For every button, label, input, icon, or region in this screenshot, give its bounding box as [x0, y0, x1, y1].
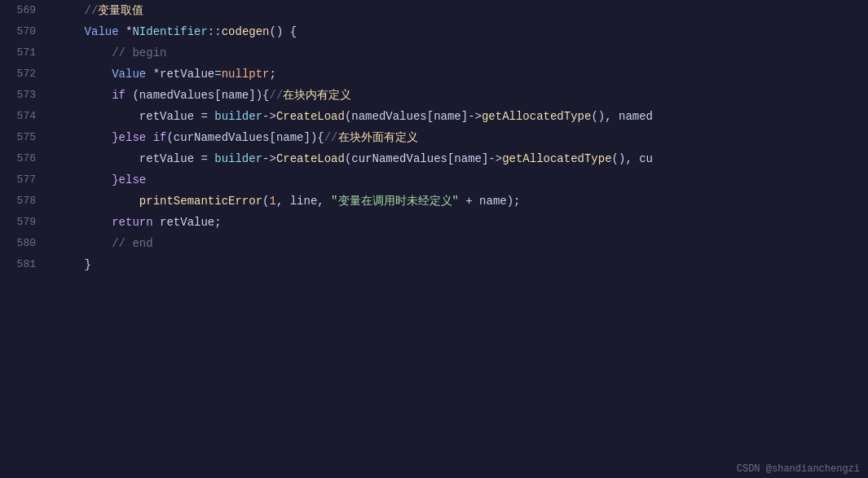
- code-line: 580 // end: [0, 233, 868, 254]
- code-line: 569 //变量取值: [0, 0, 868, 21]
- code-token: retValue;: [153, 216, 222, 229]
- code-token: (), named: [591, 110, 653, 123]
- code-line: 573 if (namedValues[name]){//在块内有定义: [0, 85, 868, 106]
- code-line: 579 return retValue;: [0, 212, 868, 233]
- code-token: =: [194, 152, 214, 165]
- code-token: //: [57, 4, 98, 17]
- code-token: [name]){: [269, 131, 324, 144]
- line-number: 576: [0, 148, 49, 169]
- code-token: printSemanticError: [139, 195, 262, 208]
- code-token: ::: [208, 25, 222, 38]
- code-token: builder: [214, 152, 262, 165]
- code-token: *: [146, 68, 160, 81]
- code-line: 578 printSemanticError(1, line, "变量在调用时未…: [0, 191, 868, 212]
- code-token: CreateLoad: [276, 152, 345, 165]
- line-number: 573: [0, 85, 49, 106]
- code-token: [146, 131, 152, 144]
- code-token: (: [126, 89, 139, 102]
- code-line: 570 Value *NIdentifier::codegen() {: [0, 21, 868, 42]
- line-content: retValue = builder->CreateLoad(namedValu…: [49, 106, 868, 127]
- code-token: 在块外面有定义: [338, 131, 418, 144]
- code-token: () {: [269, 25, 297, 38]
- code-token: ->: [262, 152, 276, 165]
- code-token: [57, 152, 139, 165]
- line-number: 580: [0, 233, 49, 254]
- code-token: ": [452, 195, 459, 208]
- code-token: ": [331, 195, 337, 208]
- code-token: (), cu: [612, 152, 653, 165]
- code-token: namedValues: [139, 89, 214, 102]
- code-token: curNamedValues: [174, 131, 270, 144]
- code-token: , line,: [276, 195, 331, 208]
- code-token: [57, 110, 139, 123]
- code-token: [57, 25, 85, 38]
- code-token: [57, 89, 112, 102]
- code-token: getAllocatedType: [502, 152, 611, 165]
- code-token: 1: [269, 195, 275, 208]
- code-token: [57, 195, 139, 208]
- code-token: *: [119, 25, 133, 38]
- code-token: nullptr: [222, 68, 270, 81]
- code-token: namedValues: [351, 110, 426, 123]
- code-token: retValue: [139, 152, 194, 165]
- line-content: }: [49, 254, 868, 275]
- line-number: 569: [0, 0, 49, 21]
- code-token: Value: [85, 25, 119, 38]
- code-token: (: [166, 131, 173, 144]
- code-line: 581 }: [0, 254, 868, 275]
- code-token: CreateLoad: [276, 110, 345, 123]
- code-editor: 569 //变量取值570 Value *NIdentifier::codege…: [0, 0, 868, 478]
- line-number: 570: [0, 21, 49, 42]
- code-token: 变量取值: [98, 4, 143, 17]
- code-token: ->: [262, 110, 276, 123]
- line-number: 579: [0, 212, 49, 233]
- line-number: 577: [0, 169, 49, 191]
- line-content: // end: [49, 233, 868, 254]
- line-content: retValue = builder->CreateLoad(curNamedV…: [49, 148, 868, 169]
- line-content: Value *NIdentifier::codegen() {: [49, 21, 868, 42]
- code-token: return: [112, 216, 152, 229]
- line-number: 578: [0, 191, 49, 212]
- code-token: [name]->: [427, 110, 482, 123]
- code-token: [57, 46, 112, 59]
- code-token: // end: [112, 237, 152, 250]
- code-token: [57, 216, 112, 229]
- code-token: [57, 68, 112, 81]
- code-token: =: [194, 110, 214, 123]
- code-token: }else: [112, 173, 146, 186]
- line-number: 575: [0, 127, 49, 148]
- line-content: if (namedValues[name]){//在块内有定义: [49, 85, 868, 106]
- line-number: 581: [0, 254, 49, 275]
- line-number: 574: [0, 106, 49, 127]
- line-content: // begin: [49, 42, 868, 64]
- code-token: if: [153, 131, 167, 144]
- code-token: [name]){: [214, 89, 269, 102]
- code-token: if: [112, 89, 126, 102]
- line-number: 572: [0, 64, 49, 85]
- line-content: printSemanticError(1, line, "变量在调用时未经定义"…: [49, 191, 868, 212]
- code-token: ;: [269, 68, 275, 81]
- code-token: [57, 173, 112, 186]
- code-token: codegen: [222, 25, 270, 38]
- footer-attribution: CSDN @shandianchengzi: [729, 460, 868, 478]
- footer-text: CSDN @shandianchengzi: [737, 463, 860, 475]
- code-token: retValue: [160, 68, 214, 81]
- code-token: [57, 237, 112, 250]
- line-content: }else if(curNamedValues[name]){//在块外面有定义: [49, 127, 868, 148]
- line-number: 571: [0, 42, 49, 64]
- line-content: }else: [49, 169, 868, 191]
- code-token: }: [57, 258, 91, 271]
- code-token: NIdentifier: [132, 25, 207, 38]
- code-line: 576 retValue = builder->CreateLoad(curNa…: [0, 148, 868, 169]
- code-token: retValue: [139, 110, 194, 123]
- line-content: Value *retValue=nullptr;: [49, 64, 868, 85]
- code-line: 571 // begin: [0, 42, 868, 64]
- code-token: // begin: [112, 46, 166, 59]
- code-token: builder: [214, 110, 262, 123]
- code-token: }else: [112, 131, 146, 144]
- code-token: //: [324, 131, 338, 144]
- line-content: //变量取值: [49, 0, 868, 21]
- code-token: //: [269, 89, 283, 102]
- code-token: + name);: [459, 195, 521, 208]
- code-token: curNamedValues: [351, 152, 447, 165]
